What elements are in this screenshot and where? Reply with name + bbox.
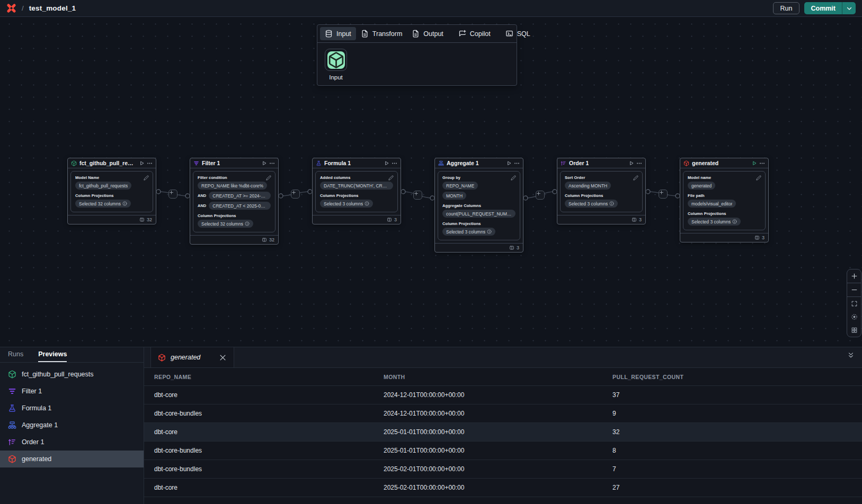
ellipsis-icon[interactable]	[514, 160, 520, 166]
play-icon[interactable]	[628, 160, 634, 166]
pill[interactable]: MONTH	[442, 192, 466, 200]
table-row[interactable]: dbt-core2024-12-01T00:00:00+00:0037	[144, 386, 862, 404]
column-header-month[interactable]: MONTH	[384, 374, 612, 380]
node-header[interactable]: Aggregate 1	[435, 158, 523, 168]
sidebar-item-filter-1[interactable]: Filter 1	[0, 383, 144, 400]
tab-previews[interactable]: Previews	[38, 347, 67, 362]
sidebar-item-formula-1[interactable]: Formula 1	[0, 400, 144, 417]
add-node-button[interactable]	[536, 191, 545, 200]
pill[interactable]: DATE_TRUNC('MONTH', CREATED_AT...	[320, 182, 393, 190]
pencil-icon[interactable]	[633, 175, 638, 181]
column-header-pull_request_count[interactable]: PULL_REQUEST_COUNT	[612, 374, 862, 380]
table-row[interactable]: dbt-core2025-01-01T00:00:00+00:0032	[144, 423, 862, 442]
play-icon[interactable]	[384, 160, 389, 166]
sidebar-item-order-1[interactable]: Order 1	[0, 434, 144, 451]
table-row[interactable]: dbt-core2025-02-01T00:00:00+00:0027	[144, 479, 862, 497]
tab-runs[interactable]: Runs	[8, 347, 23, 362]
palette-tabs: InputTransformOutputCopilotSQL	[317, 25, 517, 43]
node-generated[interactable]: generatedModel namegeneratedFile pathmod…	[680, 158, 769, 242]
fit-view-button[interactable]	[847, 297, 861, 310]
palette-item-input[interactable]: Input	[325, 49, 347, 80]
node-filter_1[interactable]: Filter 1Filter conditionREPO_NAME like %…	[190, 158, 279, 245]
node-header[interactable]: Filter 1	[190, 158, 278, 168]
ellipsis-icon[interactable]	[392, 160, 397, 166]
pencil-icon[interactable]	[511, 175, 516, 181]
pencil-icon[interactable]	[144, 175, 149, 181]
node-aggregate_1[interactable]: Aggregate 1Group byREPO_NAMEMONTHAggrega…	[434, 158, 523, 253]
commit-dropdown-button[interactable]	[842, 2, 856, 14]
column-header-repo_name[interactable]: REPO_NAME	[154, 374, 384, 380]
zoom-in-button[interactable]	[847, 269, 861, 283]
pencil-icon[interactable]	[388, 175, 394, 181]
palette-tab-copilot[interactable]: Copilot	[454, 27, 495, 40]
add-node-button[interactable]	[413, 191, 422, 200]
commit-button[interactable]: Commit	[804, 2, 842, 14]
node-formula_1[interactable]: Formula 1Added columnsDATE_TRUNC('MONTH'…	[312, 158, 401, 224]
play-icon[interactable]	[751, 160, 757, 166]
ellipsis-icon[interactable]	[147, 160, 153, 166]
table-row[interactable]: dbt-core-bundles2025-02-01T00:00:00+00:0…	[144, 460, 862, 479]
ellipsis-icon[interactable]	[759, 160, 765, 166]
cell-pull_request_count: 27	[612, 484, 862, 491]
editor-canvas[interactable]: fct_github_pull_requestsModel Namefct_gi…	[0, 17, 862, 347]
close-icon[interactable]	[219, 354, 227, 362]
pencil-icon[interactable]	[266, 175, 271, 181]
zoom-out-button[interactable]	[847, 283, 861, 296]
connection-aggregate_1-to-order_1	[523, 184, 557, 205]
pill[interactable]: models/visual_editor	[688, 200, 736, 208]
sidebar-item-fct-github-pull-requests[interactable]: fct_github_pull_requests	[0, 366, 144, 383]
node-order_1[interactable]: Order 1Sort OrderAscending MONTHColumn P…	[557, 158, 646, 224]
node-header[interactable]: generated	[680, 158, 768, 168]
node-header[interactable]: fct_github_pull_requests	[68, 158, 156, 168]
pill[interactable]: count(PULL_REQUEST_NUMBER) as ...	[442, 210, 516, 218]
pill[interactable]: CREATED_AT >= 2024-12-01	[209, 192, 271, 200]
play-icon[interactable]	[261, 160, 267, 166]
columns-icon	[139, 217, 145, 222]
palette-item-tile[interactable]	[325, 49, 347, 71]
palette-tab-output[interactable]: Output	[407, 27, 448, 40]
pill[interactable]: Selected 32 columns	[198, 220, 253, 228]
filter-icon	[193, 160, 199, 166]
add-node-button[interactable]	[659, 190, 668, 199]
run-button[interactable]: Run	[773, 2, 800, 14]
breadcrumb: / test_model_1	[6, 3, 76, 13]
section-label: Filter condition	[198, 175, 271, 180]
palette-tab-input[interactable]: Input	[320, 27, 356, 40]
pill[interactable]: CREATED_AT < 2025-03-01	[209, 202, 271, 210]
pill[interactable]: Ascending MONTH	[565, 182, 611, 190]
pill[interactable]: Selected 3 columns	[442, 228, 495, 236]
palette-tab-transform[interactable]: Transform	[356, 27, 407, 40]
pill[interactable]: Selected 3 columns	[688, 218, 741, 226]
collapse-panel-icon[interactable]	[847, 352, 855, 359]
column-count: 32	[269, 237, 274, 242]
node-fct_github_pull_requests[interactable]: fct_github_pull_requestsModel Namefct_gi…	[67, 158, 156, 224]
filter-icon	[8, 387, 16, 395]
pill[interactable]: generated	[688, 182, 715, 190]
connection-order_1-to-generated	[646, 184, 680, 203]
table-row[interactable]: dbt-core-bundles2024-12-01T00:00:00+00:0…	[144, 404, 862, 423]
recenter-button[interactable]	[847, 310, 861, 323]
table-row[interactable]: dbt-core-bundles2025-01-01T00:00:00+00:0…	[144, 442, 862, 460]
cell-month: 2025-01-01T00:00:00+00:00	[384, 447, 612, 454]
sidebar-item-aggregate-1[interactable]: Aggregate 1	[0, 417, 144, 434]
play-icon[interactable]	[139, 160, 145, 166]
sidebar-item-generated[interactable]: generated	[0, 451, 144, 467]
minimap-button[interactable]	[847, 323, 861, 337]
add-node-button[interactable]	[168, 190, 177, 199]
pill[interactable]: Selected 32 columns	[75, 200, 131, 208]
pill[interactable]: fct_github_pull_requests	[75, 182, 131, 190]
add-node-button[interactable]	[291, 190, 300, 199]
node-header[interactable]: Formula 1	[313, 158, 401, 168]
pill[interactable]: Selected 3 columns	[320, 200, 373, 208]
palette-tab-sql[interactable]: SQL	[501, 27, 535, 40]
pencil-icon[interactable]	[756, 175, 761, 181]
pill[interactable]: Selected 3 columns	[565, 200, 618, 208]
ellipsis-icon[interactable]	[269, 160, 275, 166]
ellipsis-icon[interactable]	[636, 160, 642, 166]
preview-tab-generated[interactable]: generated	[150, 347, 234, 367]
pill[interactable]: REPO_NAME	[442, 182, 478, 190]
dbt-logo-icon[interactable]	[6, 3, 16, 13]
play-icon[interactable]	[506, 160, 512, 166]
pill[interactable]: REPO_NAME like %dbt-core%	[198, 182, 267, 190]
node-header[interactable]: Order 1	[557, 158, 645, 168]
